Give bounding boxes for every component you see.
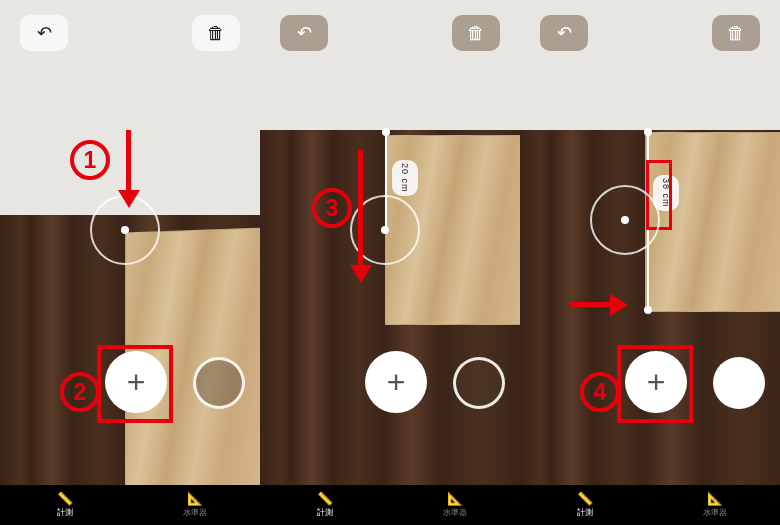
nav-level[interactable]: 📐 水準器 — [390, 485, 520, 525]
measure-reticle — [590, 185, 660, 255]
level-icon: 📐 — [187, 492, 203, 505]
nav-measure[interactable]: 📏 計測 — [260, 485, 390, 525]
add-point-button[interactable]: + — [365, 351, 427, 413]
nav-level[interactable]: 📐 水準器 — [130, 485, 260, 525]
undo-icon: ↶ — [297, 22, 312, 44]
plus-icon: + — [387, 364, 406, 401]
delete-button[interactable]: 🗑 — [452, 15, 500, 51]
trash-icon: 🗑 — [727, 23, 745, 44]
measurement-point-start — [644, 128, 652, 136]
screen-1: ↶ 🗑 + 1 2 📏 計測 📐 水準器 — [0, 0, 260, 525]
bottom-nav: 📏 計測 📐 水準器 — [260, 485, 520, 525]
undo-icon: ↶ — [557, 22, 572, 44]
undo-button[interactable]: ↶ — [540, 15, 588, 51]
undo-icon: ↶ — [37, 22, 52, 44]
ruler-icon: 📏 — [57, 492, 73, 505]
nav-measure[interactable]: 📏 計測 — [520, 485, 650, 525]
undo-button[interactable]: ↶ — [280, 15, 328, 51]
annotation-step-3: 3 — [312, 188, 352, 228]
level-icon: 📐 — [707, 492, 723, 505]
ruler-icon: 📏 — [317, 492, 333, 505]
annotation-highlight-add — [617, 345, 693, 423]
measurement-point-start — [382, 128, 390, 136]
shutter-button[interactable] — [453, 357, 505, 409]
delete-button[interactable]: 🗑 — [712, 15, 760, 51]
undo-button[interactable]: ↶ — [20, 15, 68, 51]
nav-level-label: 水準器 — [703, 507, 727, 518]
bottom-nav: 📏 計測 📐 水準器 — [520, 485, 780, 525]
camera-viewport: ↶ 🗑 20 cm + 3 — [260, 0, 520, 485]
nav-measure-label: 計測 — [57, 507, 73, 518]
annotation-step-1: 1 — [70, 140, 110, 180]
shutter-button[interactable] — [713, 357, 765, 409]
screen-3: ↶ 🗑 38 cm + 4 📏 計測 📐 水準器 — [520, 0, 780, 525]
bottom-nav: 📏 計測 📐 水準器 — [0, 485, 260, 525]
ruler-icon: 📏 — [577, 492, 593, 505]
camera-viewport: ↶ 🗑 + 1 2 — [0, 0, 260, 485]
nav-measure[interactable]: 📏 計測 — [0, 485, 130, 525]
annotation-step-4: 4 — [580, 372, 620, 412]
shutter-button[interactable] — [193, 357, 245, 409]
screen-2: ↶ 🗑 20 cm + 3 📏 計測 📐 水準器 — [260, 0, 520, 525]
trash-icon: 🗑 — [467, 23, 485, 44]
measurement-point-end — [644, 306, 652, 314]
delete-button[interactable]: 🗑 — [192, 15, 240, 51]
level-icon: 📐 — [447, 492, 463, 505]
measurement-label[interactable]: 20 cm — [392, 160, 418, 196]
nav-level-label: 水準器 — [183, 507, 207, 518]
trash-icon: 🗑 — [207, 23, 225, 44]
top-toolbar: ↶ 🗑 — [0, 15, 260, 51]
camera-viewport: ↶ 🗑 38 cm + 4 — [520, 0, 780, 485]
nav-level-label: 水準器 — [443, 507, 467, 518]
nav-level[interactable]: 📐 水準器 — [650, 485, 780, 525]
top-toolbar: ↶ 🗑 — [520, 15, 780, 51]
nav-measure-label: 計測 — [317, 507, 333, 518]
annotation-highlight-add — [97, 345, 173, 423]
nav-measure-label: 計測 — [577, 507, 593, 518]
top-toolbar: ↶ 🗑 — [260, 15, 520, 51]
annotation-step-2: 2 — [60, 372, 100, 412]
